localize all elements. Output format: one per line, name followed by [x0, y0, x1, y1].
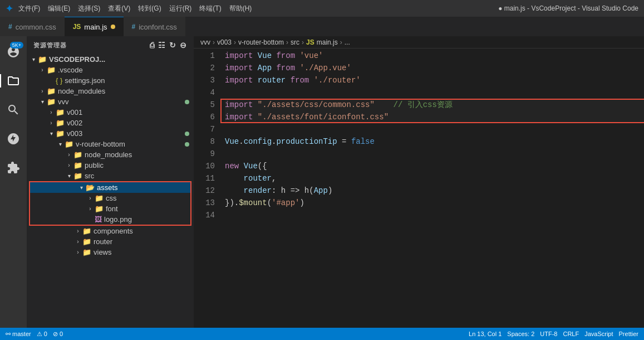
tree-item-v-router-bottom[interactable]: ▾ 📁 v-router-bottom: [27, 139, 194, 149]
tree-label: public: [85, 161, 194, 169]
tree-item-vscodeproj[interactable]: ▾ 📁 VSCODEPROJ...: [27, 54, 194, 65]
activity-icon-explorer[interactable]: [0, 67, 27, 94]
sidebar-title: 资源管理器: [33, 41, 67, 50]
sep: ›: [340, 38, 342, 46]
menu-item[interactable]: 选择(S): [78, 4, 100, 13]
folder-icon: 📁: [82, 237, 91, 246]
files-icon: [7, 74, 20, 88]
folder-icon: 📁: [56, 108, 65, 116]
menu-bar[interactable]: 文件(F)编辑(E)选择(S)查看(V)转到(G)运行(R)终端(T)帮助(H): [18, 4, 252, 13]
menu-item[interactable]: 帮助(H): [229, 4, 252, 13]
breadcrumb-vvv: vvv: [200, 38, 210, 46]
tree-item-src[interactable]: ▾ 📁 src: [27, 171, 194, 181]
activity-icon-account[interactable]: 5K+: [0, 38, 27, 65]
code-line-14: [225, 209, 644, 221]
code-line-11: router,: [225, 172, 644, 184]
activity-icon-git[interactable]: [0, 125, 27, 152]
tree-item-vscode[interactable]: › 📁 .vscode: [27, 65, 194, 75]
status-formatter[interactable]: Prettier: [619, 331, 638, 337]
tree-label: css: [106, 194, 190, 202]
code-line-10: new Vue({: [225, 160, 644, 172]
status-position[interactable]: Ln 13, Col 1: [469, 331, 502, 337]
tree-item-router[interactable]: › 📁 router: [27, 236, 194, 247]
tree-item-font[interactable]: › 📁 font: [30, 203, 190, 214]
notification-badge: 5K+: [10, 42, 23, 48]
tree-item-node-modules-root[interactable]: › 📁 node_modules: [27, 86, 194, 96]
menu-item[interactable]: 查看(V): [108, 4, 130, 13]
menu-item[interactable]: 转到(G): [138, 4, 161, 13]
sidebar: 资源管理器 ⎙ ☷ ↻ ⊖ ▾ 📁 VSCODEPROJ... › 📁 .vsc…: [27, 36, 194, 328]
extensions-icon: [7, 161, 20, 174]
tree-item-vvv[interactable]: ▾ 📁 vvv: [27, 96, 194, 107]
tree-label: vvv: [58, 98, 185, 106]
tree-item-node-modules[interactable]: › 📁 node_modules: [27, 149, 194, 160]
code-line-8: Vue.config.productionTip = false: [225, 135, 644, 148]
code-line-13: }).$mount('#app'): [225, 197, 644, 209]
sidebar-header-icons[interactable]: ⎙ ☷ ↻ ⊖: [150, 41, 187, 50]
new-file-icon[interactable]: ⎙: [150, 41, 155, 50]
tree-label: src: [85, 172, 194, 180]
menu-item[interactable]: 文件(F): [18, 4, 40, 13]
tab-iconfont-css[interactable]: # iconfont.css: [124, 17, 185, 36]
code-line-7: [225, 123, 644, 135]
tree-item-css[interactable]: › 📁 css: [30, 193, 190, 203]
status-warnings[interactable]: ⊘ 0: [53, 331, 63, 338]
status-eol[interactable]: CRLF: [563, 331, 579, 337]
tree-label: router: [94, 237, 194, 246]
editor-area[interactable]: vvv › v003 › v-router-bottom › src › JS …: [194, 36, 644, 328]
status-encoding[interactable]: UTF-8: [540, 331, 557, 337]
folder-icon: 📁: [47, 98, 56, 106]
tab-label-iconfont-css: iconfont.css: [139, 23, 177, 31]
arrow-icon: ›: [86, 206, 95, 212]
json-icon: { }: [56, 76, 62, 85]
arrow-icon: ›: [38, 67, 47, 73]
folder-icon: 📁: [82, 248, 91, 256]
status-errors[interactable]: ⚠ 0: [37, 331, 47, 338]
code-line-2: import App from './App.vue': [225, 62, 644, 74]
vscode-icon: ✦: [6, 3, 13, 14]
folder-icon: 📁: [73, 172, 82, 180]
status-bar: ⚯ master ⚠ 0 ⊘ 0 Ln 13, Col 1 Spaces: 2 …: [0, 328, 644, 340]
folder-icon: 📁: [82, 227, 91, 235]
arrow-icon: ›: [73, 239, 82, 245]
refresh-icon[interactable]: ↻: [169, 41, 176, 50]
sep: ›: [302, 38, 304, 46]
tree-item-settings-json[interactable]: { } settings.json: [27, 75, 194, 86]
breadcrumb-ellipsis: ...: [345, 38, 350, 46]
menu-item[interactable]: 运行(R): [169, 4, 192, 13]
search-icon: [7, 103, 20, 116]
breadcrumb-v-router-bottom: v-router-bottom: [238, 38, 284, 46]
code-line-5: import "./assets/css/common.css" // 引入cs…: [225, 99, 644, 111]
folder-icon: 📁: [47, 66, 56, 74]
folder-icon: 📁: [56, 129, 65, 138]
activity-icon-extensions[interactable]: [0, 154, 27, 181]
status-spaces[interactable]: Spaces: 2: [507, 331, 534, 337]
menu-item[interactable]: 编辑(E): [48, 4, 70, 13]
folder-icon: 📁: [73, 161, 82, 169]
status-language[interactable]: JavaScript: [584, 331, 613, 337]
arrow-icon: ▾: [38, 99, 47, 105]
tree-item-views[interactable]: › 📁 views: [27, 247, 194, 258]
activity-icon-search[interactable]: [0, 96, 27, 123]
tree-item-logo-png[interactable]: 🖼 logo.png: [30, 214, 190, 225]
status-branch[interactable]: ⚯ master: [6, 331, 31, 338]
folder-open-icon: 📂: [86, 183, 95, 192]
collapse-icon[interactable]: ⊖: [180, 41, 187, 50]
tree-item-v002[interactable]: › 📁 v002: [27, 118, 194, 128]
tree-item-public[interactable]: › 📁 public: [27, 160, 194, 171]
menu-item[interactable]: 终端(T): [199, 4, 221, 13]
arrow-icon: ▾: [77, 184, 86, 191]
tree-item-v003[interactable]: ▾ 📁 v003: [27, 128, 194, 139]
tree-item-assets[interactable]: ▾ 📂 assets: [30, 182, 190, 193]
code-container[interactable]: 1 2 3 4 5 6 7 8 9 10 11 12 13 14 import …: [194, 48, 644, 328]
code-line-4: [225, 86, 644, 99]
tree-label: font: [106, 205, 190, 213]
tab-main-js[interactable]: JS main.js: [65, 17, 124, 36]
tree-item-components[interactable]: › 📁 components: [27, 226, 194, 236]
tree-item-v001[interactable]: › 📁 v001: [27, 107, 194, 118]
tab-common-css[interactable]: # common.css: [0, 17, 65, 36]
new-folder-icon[interactable]: ☷: [158, 41, 166, 50]
tree-label: VSCODEPROJ...: [49, 55, 194, 64]
git-modified-dot: [185, 100, 189, 104]
code-lines[interactable]: import Vue from 'vue' import App from '.…: [220, 48, 644, 328]
